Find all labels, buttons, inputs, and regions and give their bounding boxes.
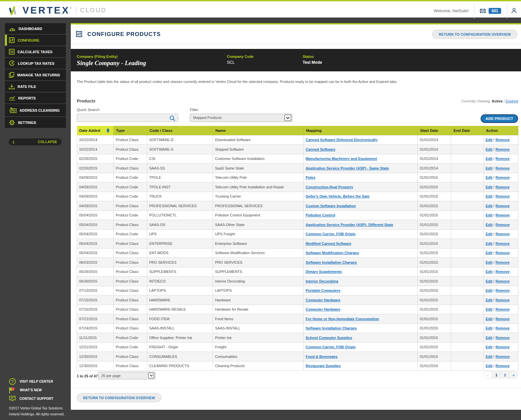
- svg-text:!: !: [13, 387, 14, 390]
- svg-text:?: ?: [11, 379, 14, 384]
